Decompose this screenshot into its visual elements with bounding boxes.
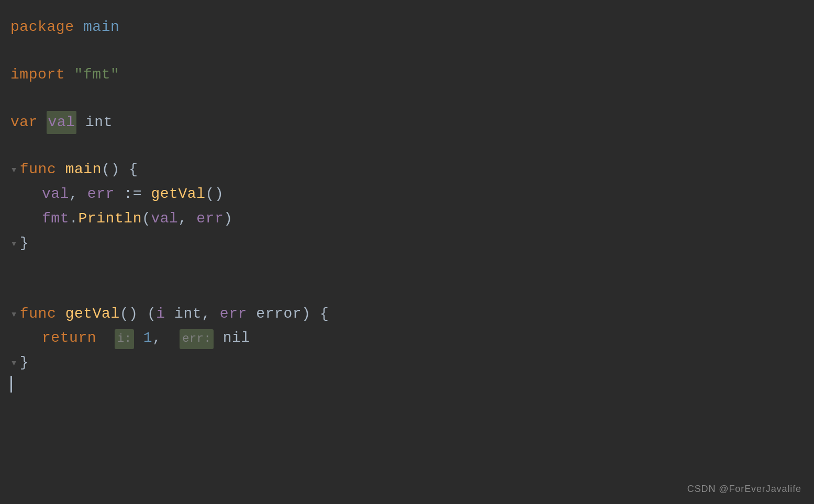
keyword-var: var — [10, 111, 38, 135]
string-fmt: "fmt" — [74, 63, 120, 87]
line-package: package main — [10, 16, 804, 39]
param-type-error: error — [256, 303, 302, 326]
text-cursor — [10, 376, 12, 393]
param-type-int: int — [174, 303, 202, 326]
keyword-func-main: func — [20, 158, 56, 182]
line-empty-2 — [10, 88, 804, 111]
watermark: CSDN @ForEverJavalife — [687, 484, 801, 495]
line-empty-3 — [10, 135, 804, 158]
identifier-err: err — [87, 183, 115, 206]
func-call-getval: getVal — [151, 183, 205, 206]
func-name-main: main — [65, 158, 102, 182]
line-val-err: val , err := getVal () — [10, 183, 804, 206]
code-block: package main import "fmt" var val int ▾ … — [10, 16, 804, 399]
code-editor: package main import "fmt" var val int ▾ … — [0, 0, 814, 504]
line-cursor-row — [10, 376, 804, 399]
keyword-func-getval: func — [20, 303, 56, 326]
identifier-val: val — [47, 111, 76, 135]
label-i: i: — [115, 329, 135, 349]
line-var: var val int — [10, 111, 804, 135]
space — [65, 63, 74, 87]
line-empty-5 — [10, 279, 804, 303]
keyword-return: return — [42, 327, 96, 350]
param-i: i — [156, 303, 165, 326]
space — [76, 111, 85, 135]
arg-val: val — [151, 207, 178, 231]
fold-marker-getval: ▾ — [10, 306, 18, 324]
identifier-fmt: fmt — [42, 207, 69, 231]
space — [74, 16, 83, 39]
fold-marker-getval-close: ▾ — [10, 354, 18, 373]
line-return: return i: 1 , err: nil — [10, 327, 804, 350]
method-println: Println — [78, 207, 142, 231]
line-fmt-println: fmt . Println ( val , err ) — [10, 207, 804, 231]
line-func-main: ▾ func main () { — [10, 158, 804, 182]
func-name-getval: getVal — [65, 303, 120, 326]
label-err: err: — [180, 329, 214, 349]
keyword-import: import — [10, 63, 65, 87]
value-nil: nil — [223, 327, 250, 350]
fold-marker-main: ▾ — [10, 161, 18, 180]
type-int: int — [85, 111, 113, 135]
keyword-package: package — [10, 16, 74, 39]
line-close-getval: ▾ } — [10, 351, 804, 375]
fold-marker-main-close: ▾ — [10, 235, 18, 253]
space — [56, 158, 65, 182]
line-close-main: ▾ } — [10, 232, 804, 255]
paren-open: () { — [102, 158, 138, 182]
identifier-main: main — [83, 16, 119, 39]
value-1: 1 — [143, 327, 152, 350]
arg-err: err — [196, 207, 224, 231]
line-empty-1 — [10, 40, 804, 63]
line-import: import "fmt" — [10, 63, 804, 87]
param-err: err — [220, 303, 247, 326]
line-empty-4 — [10, 256, 804, 279]
identifier-val2: val — [42, 183, 69, 206]
space — [38, 111, 47, 135]
line-func-getval: ▾ func getVal () ( i int , err error ) { — [10, 303, 804, 326]
